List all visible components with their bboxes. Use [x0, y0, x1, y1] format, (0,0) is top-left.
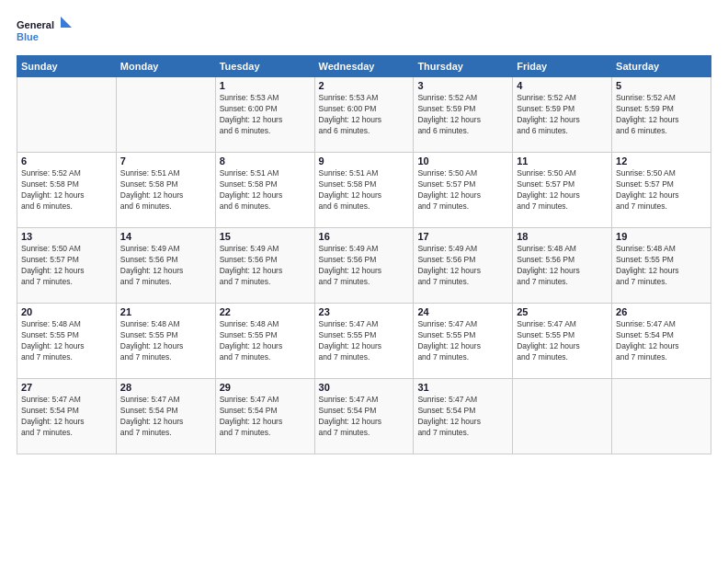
day-number: 5 — [616, 80, 707, 91]
day-info: Sunrise: 5:49 AM Sunset: 5:56 PM Dayligh… — [120, 244, 211, 288]
day-info: Sunrise: 5:51 AM Sunset: 5:58 PM Dayligh… — [220, 168, 311, 213]
day-info: Sunrise: 5:47 AM Sunset: 5:54 PM Dayligh… — [21, 395, 112, 439]
calendar-cell: 25Sunrise: 5:47 AM Sunset: 5:55 PM Dayli… — [513, 304, 612, 379]
day-number: 29 — [220, 382, 311, 393]
day-number: 12 — [616, 155, 707, 167]
day-info: Sunrise: 5:50 AM Sunset: 5:57 PM Dayligh… — [21, 244, 112, 288]
day-info: Sunrise: 5:49 AM Sunset: 5:56 PM Dayligh… — [319, 244, 410, 288]
day-number: 9 — [319, 155, 410, 167]
calendar-cell: 2Sunrise: 5:53 AM Sunset: 6:00 PM Daylig… — [314, 77, 414, 153]
calendar-cell: 12Sunrise: 5:50 AM Sunset: 5:57 PM Dayli… — [612, 153, 711, 228]
day-number: 19 — [616, 231, 707, 242]
calendar-cell: 10Sunrise: 5:50 AM Sunset: 5:57 PM Dayli… — [414, 153, 513, 228]
calendar-cell: 15Sunrise: 5:49 AM Sunset: 5:56 PM Dayli… — [215, 228, 314, 304]
weekday-header: Thursday — [414, 56, 513, 77]
calendar-cell: 30Sunrise: 5:47 AM Sunset: 5:54 PM Dayli… — [314, 379, 414, 454]
weekday-header: Saturday — [612, 56, 711, 77]
calendar-cell: 16Sunrise: 5:49 AM Sunset: 5:56 PM Dayli… — [314, 228, 414, 304]
day-number: 1 — [220, 80, 311, 91]
day-number: 23 — [319, 306, 410, 317]
calendar-week-row: 6Sunrise: 5:52 AM Sunset: 5:58 PM Daylig… — [17, 153, 711, 228]
weekday-header: Friday — [513, 56, 612, 77]
day-info: Sunrise: 5:47 AM Sunset: 5:55 PM Dayligh… — [517, 319, 608, 363]
day-number: 24 — [417, 306, 508, 317]
calendar-cell — [116, 77, 215, 153]
day-info: Sunrise: 5:51 AM Sunset: 5:58 PM Dayligh… — [319, 168, 410, 213]
day-number: 3 — [417, 80, 508, 91]
calendar-cell: 29Sunrise: 5:47 AM Sunset: 5:54 PM Dayli… — [215, 379, 314, 454]
weekday-header: Wednesday — [314, 56, 414, 77]
calendar-cell: 23Sunrise: 5:47 AM Sunset: 5:55 PM Dayli… — [314, 304, 414, 379]
day-info: Sunrise: 5:51 AM Sunset: 5:58 PM Dayligh… — [120, 168, 211, 213]
calendar-cell: 18Sunrise: 5:48 AM Sunset: 5:56 PM Dayli… — [513, 228, 612, 304]
calendar-week-row: 1Sunrise: 5:53 AM Sunset: 6:00 PM Daylig… — [17, 77, 711, 153]
header: GeneralBlue — [17, 17, 711, 46]
calendar-cell: 27Sunrise: 5:47 AM Sunset: 5:54 PM Dayli… — [17, 379, 117, 454]
calendar-cell: 5Sunrise: 5:52 AM Sunset: 5:59 PM Daylig… — [612, 77, 711, 153]
calendar-week-row: 27Sunrise: 5:47 AM Sunset: 5:54 PM Dayli… — [17, 379, 711, 454]
calendar-week-row: 20Sunrise: 5:48 AM Sunset: 5:55 PM Dayli… — [17, 304, 711, 379]
svg-text:General: General — [17, 19, 54, 30]
day-info: Sunrise: 5:49 AM Sunset: 5:56 PM Dayligh… — [220, 244, 311, 288]
day-info: Sunrise: 5:47 AM Sunset: 5:55 PM Dayligh… — [417, 319, 508, 363]
calendar-cell: 20Sunrise: 5:48 AM Sunset: 5:55 PM Dayli… — [17, 304, 117, 379]
day-info: Sunrise: 5:47 AM Sunset: 5:54 PM Dayligh… — [220, 395, 311, 439]
calendar-cell: 6Sunrise: 5:52 AM Sunset: 5:58 PM Daylig… — [17, 153, 117, 228]
calendar-cell: 1Sunrise: 5:53 AM Sunset: 6:00 PM Daylig… — [215, 77, 314, 153]
day-number: 11 — [517, 155, 608, 167]
day-info: Sunrise: 5:47 AM Sunset: 5:54 PM Dayligh… — [616, 319, 707, 363]
day-info: Sunrise: 5:52 AM Sunset: 5:59 PM Dayligh… — [417, 93, 508, 137]
calendar-cell — [612, 379, 711, 454]
day-number: 10 — [417, 155, 508, 167]
day-info: Sunrise: 5:47 AM Sunset: 5:55 PM Dayligh… — [319, 319, 410, 363]
day-info: Sunrise: 5:50 AM Sunset: 5:57 PM Dayligh… — [417, 168, 508, 213]
day-number: 17 — [417, 231, 508, 242]
calendar-cell: 14Sunrise: 5:49 AM Sunset: 5:56 PM Dayli… — [116, 228, 215, 304]
calendar-cell: 21Sunrise: 5:48 AM Sunset: 5:55 PM Dayli… — [116, 304, 215, 379]
day-number: 18 — [517, 231, 608, 242]
day-number: 14 — [120, 231, 211, 242]
day-info: Sunrise: 5:53 AM Sunset: 6:00 PM Dayligh… — [319, 93, 410, 137]
day-number: 16 — [319, 231, 410, 242]
day-info: Sunrise: 5:47 AM Sunset: 5:54 PM Dayligh… — [417, 395, 508, 439]
day-number: 30 — [319, 382, 410, 393]
weekday-header: Monday — [116, 56, 215, 77]
day-info: Sunrise: 5:48 AM Sunset: 5:55 PM Dayligh… — [616, 244, 707, 288]
weekday-header-row: SundayMondayTuesdayWednesdayThursdayFrid… — [17, 56, 711, 77]
calendar-page: GeneralBlue SundayMondayTuesdayWednesday… — [0, 0, 728, 563]
day-number: 21 — [120, 306, 211, 317]
day-info: Sunrise: 5:52 AM Sunset: 5:59 PM Dayligh… — [616, 93, 707, 137]
calendar-cell: 19Sunrise: 5:48 AM Sunset: 5:55 PM Dayli… — [612, 228, 711, 304]
day-number: 22 — [220, 306, 311, 317]
day-number: 2 — [319, 80, 410, 91]
weekday-header: Sunday — [17, 56, 117, 77]
calendar-cell — [17, 77, 117, 153]
calendar-cell: 3Sunrise: 5:52 AM Sunset: 5:59 PM Daylig… — [414, 77, 513, 153]
logo: GeneralBlue — [17, 17, 72, 46]
calendar-cell: 22Sunrise: 5:48 AM Sunset: 5:55 PM Dayli… — [215, 304, 314, 379]
day-info: Sunrise: 5:52 AM Sunset: 5:59 PM Dayligh… — [517, 93, 608, 137]
day-number: 8 — [220, 155, 311, 167]
day-number: 31 — [417, 382, 508, 393]
calendar-cell: 28Sunrise: 5:47 AM Sunset: 5:54 PM Dayli… — [116, 379, 215, 454]
calendar-cell: 4Sunrise: 5:52 AM Sunset: 5:59 PM Daylig… — [513, 77, 612, 153]
svg-marker-2 — [61, 17, 72, 28]
day-info: Sunrise: 5:47 AM Sunset: 5:54 PM Dayligh… — [120, 395, 211, 439]
day-info: Sunrise: 5:48 AM Sunset: 5:55 PM Dayligh… — [21, 319, 112, 363]
day-number: 13 — [21, 231, 112, 242]
calendar-cell — [513, 379, 612, 454]
calendar-cell: 7Sunrise: 5:51 AM Sunset: 5:58 PM Daylig… — [116, 153, 215, 228]
calendar-cell: 13Sunrise: 5:50 AM Sunset: 5:57 PM Dayli… — [17, 228, 117, 304]
calendar-cell: 8Sunrise: 5:51 AM Sunset: 5:58 PM Daylig… — [215, 153, 314, 228]
day-number: 4 — [517, 80, 608, 91]
day-number: 15 — [220, 231, 311, 242]
calendar-cell: 31Sunrise: 5:47 AM Sunset: 5:54 PM Dayli… — [414, 379, 513, 454]
day-info: Sunrise: 5:52 AM Sunset: 5:58 PM Dayligh… — [21, 168, 112, 213]
calendar-cell: 26Sunrise: 5:47 AM Sunset: 5:54 PM Dayli… — [612, 304, 711, 379]
calendar-week-row: 13Sunrise: 5:50 AM Sunset: 5:57 PM Dayli… — [17, 228, 711, 304]
calendar-cell: 9Sunrise: 5:51 AM Sunset: 5:58 PM Daylig… — [314, 153, 414, 228]
day-info: Sunrise: 5:47 AM Sunset: 5:54 PM Dayligh… — [319, 395, 410, 439]
svg-text:Blue: Blue — [17, 31, 39, 42]
calendar-table: SundayMondayTuesdayWednesdayThursdayFrid… — [17, 55, 711, 454]
day-number: 6 — [21, 155, 112, 167]
